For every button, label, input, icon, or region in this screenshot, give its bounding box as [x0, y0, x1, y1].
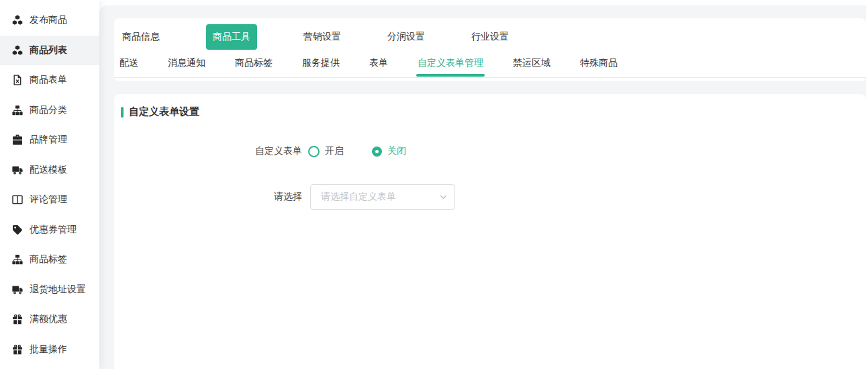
secondary-tab[interactable]: 禁运区域: [512, 57, 552, 79]
cubes-icon: [11, 15, 23, 26]
primary-tab-label: 商品信息: [122, 31, 160, 43]
radio-group: 开启 关闭: [308, 145, 406, 157]
tag-icon: [11, 224, 23, 235]
sidebar-item[interactable]: 商品表单: [0, 65, 99, 95]
radio-icon: [372, 147, 382, 157]
sidebar-item-label: 商品分类: [30, 104, 67, 116]
primary-tab[interactable]: 商品工具: [206, 24, 257, 50]
sidebar-item[interactable]: 商品分类: [0, 95, 99, 126]
radio-option-label: 关闭: [387, 145, 406, 157]
sidebar-item-label: 商品表单: [30, 74, 67, 86]
sidebar-item[interactable]: 发布商品: [0, 5, 99, 36]
gift-icon: [11, 314, 23, 325]
sidebar-item[interactable]: 商品标签: [0, 245, 99, 275]
cubes-icon: [11, 44, 23, 56]
primary-tab-label: 商品工具: [213, 31, 250, 43]
sidebar-item-label: 退货地址设置: [30, 284, 86, 296]
file-x-icon: [11, 75, 23, 86]
sidebar-item-label: 优惠券管理: [30, 224, 77, 236]
secondary-tab-label: 配送: [119, 57, 138, 68]
secondary-tab[interactable]: 表单: [368, 57, 389, 79]
sidebar-item[interactable]: 评论管理: [0, 185, 99, 215]
select-label: 请选择: [114, 191, 302, 203]
primary-tab-label: 营销设置: [303, 31, 341, 43]
sitemap-icon: [11, 104, 23, 116]
truck-icon: [11, 284, 23, 295]
secondary-tab[interactable]: 特殊商品: [579, 57, 619, 79]
columns-icon: [11, 194, 23, 206]
primary-tab[interactable]: 分润设置: [387, 24, 425, 50]
secondary-tabs: 配送 消息通知 商品标签 服务提供 表单 自定义表: [118, 57, 646, 79]
sidebar-item[interactable]: 批量操作: [0, 335, 99, 365]
section-title: 自定义表单设置: [129, 106, 199, 118]
primary-tab-label: 行业设置: [471, 31, 509, 43]
secondary-tab[interactable]: 商品标签: [234, 57, 274, 79]
select-form-row: 请选择 请选择自定义表单: [114, 184, 455, 210]
sidebar-item-label: 配送模板: [30, 164, 67, 176]
chevron-down-icon: [439, 193, 448, 202]
radio-option[interactable]: 开启: [308, 145, 344, 157]
sidebar-item[interactable]: 退货地址设置: [0, 275, 99, 305]
secondary-tab-label: 服务提供: [302, 57, 340, 68]
secondary-tab-label: 商品标签: [235, 57, 273, 68]
toggle-label: 自定义表单: [114, 145, 302, 157]
tabs-card: 商品信息 商品工具 营销设置 分润设置 行业设置: [114, 18, 866, 81]
sidebar-item-label: 商品列表: [30, 44, 67, 56]
custom-form-settings-panel: 自定义表单设置 自定义表单 开启 关闭 请选择: [114, 94, 866, 369]
sidebar-item-label: 发布商品: [30, 14, 67, 26]
sidebar-item-label: 评论管理: [30, 194, 67, 206]
secondary-tab[interactable]: 自定义表单管理: [416, 57, 485, 79]
custom-form-select[interactable]: 请选择自定义表单: [310, 184, 455, 210]
secondary-tab[interactable]: 消息通知: [166, 57, 207, 79]
app-root: 发布商品 商品列表 商品表单 商品分类 品牌管理: [0, 0, 868, 369]
primary-tabs: 商品信息 商品工具 营销设置 分润设置 行业设置: [122, 24, 555, 50]
secondary-tab-label: 自定义表单管理: [418, 57, 483, 68]
secondary-tab-label: 特殊商品: [580, 57, 618, 68]
gift-icon: [11, 343, 23, 355]
section-accent-bar: [121, 107, 124, 118]
truck-icon: [11, 164, 23, 175]
sidebar: 发布商品 商品列表 商品表单 商品分类 品牌管理: [0, 0, 99, 369]
radio-icon: [308, 146, 320, 157]
sidebar-item-label: 品牌管理: [30, 134, 67, 146]
primary-tab[interactable]: 商品信息: [122, 24, 160, 50]
sidebar-item-label: 批量操作: [30, 343, 67, 356]
secondary-tab[interactable]: 服务提供: [301, 57, 341, 79]
secondary-tab-label: 消息通知: [168, 57, 205, 68]
sidebar-item-label: 商品标签: [30, 253, 67, 265]
primary-tab[interactable]: 营销设置: [303, 24, 341, 50]
secondary-tab[interactable]: 配送: [118, 57, 140, 79]
primary-tab-label: 分润设置: [387, 31, 425, 43]
sidebar-item[interactable]: 品牌管理: [0, 125, 99, 155]
secondary-tab-label: 表单: [369, 57, 388, 68]
sidebar-item[interactable]: 优惠券管理: [0, 215, 99, 245]
sidebar-item[interactable]: 配送模板: [0, 155, 99, 186]
sidebar-item[interactable]: 满额优惠: [0, 304, 99, 335]
section-header: 自定义表单设置: [121, 106, 199, 118]
custom-form-toggle-row: 自定义表单 开启 关闭: [114, 145, 406, 158]
briefcase-icon: [11, 134, 23, 146]
primary-tab[interactable]: 行业设置: [471, 24, 509, 50]
tabs-divider: [114, 77, 866, 78]
sidebar-item-label: 满额优惠: [30, 313, 67, 325]
sitemap-icon: [11, 254, 23, 265]
sidebar-item[interactable]: 商品列表: [0, 36, 99, 66]
secondary-tab-label: 禁运区域: [513, 57, 550, 68]
radio-option[interactable]: 关闭: [372, 145, 406, 157]
select-placeholder-text: 请选择自定义表单: [321, 191, 396, 203]
radio-option-label: 开启: [325, 145, 344, 157]
